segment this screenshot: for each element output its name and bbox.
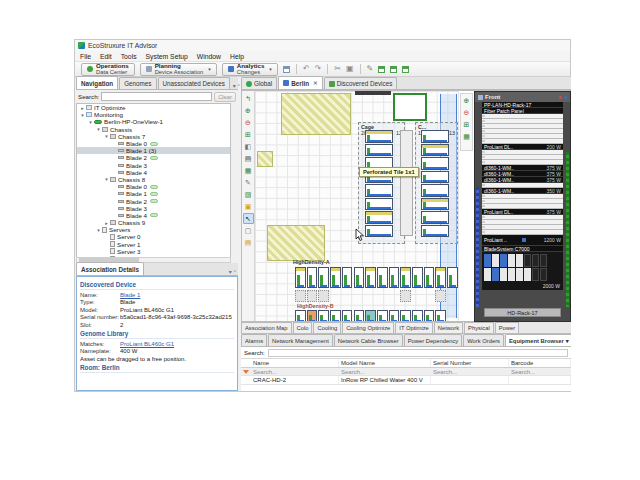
twistie-icon[interactable]: ▾ — [95, 126, 102, 132]
chevron-down-icon[interactable]: ▾ — [208, 66, 211, 72]
field-value-link[interactable]: ProLiant BL460c G1 — [120, 341, 174, 347]
plan-rack[interactable] — [389, 310, 400, 321]
plan-rack[interactable] — [377, 267, 388, 288]
blade-idle[interactable] — [508, 268, 515, 281]
plan-rack[interactable] — [354, 267, 365, 288]
tree-item-servers[interactable]: ▾Servers — [77, 226, 230, 233]
blade-active[interactable] — [484, 254, 491, 267]
plan-rack[interactable] — [365, 144, 393, 157]
plan-rack[interactable] — [318, 310, 329, 321]
edit-tool[interactable]: ✎ — [243, 177, 254, 188]
field-value-link[interactable]: Blade 1 — [120, 292, 140, 298]
grid-tool[interactable]: ▦ — [243, 165, 254, 176]
plan-rack[interactable] — [389, 267, 400, 288]
column-header-name[interactable]: Name — [251, 359, 339, 367]
analytics-mode-button[interactable]: AnalyticsChanges▾ — [222, 63, 278, 76]
bottom-tab-alarms[interactable]: Alarms — [241, 334, 267, 346]
tile-tool[interactable]: ▢ — [243, 225, 254, 236]
minimize-icon[interactable]: ▾ — [229, 268, 232, 275]
plan-rack[interactable] — [421, 211, 449, 224]
tree-item-server-0[interactable]: Server 0 — [77, 233, 230, 240]
zoom-out-tool[interactable]: ⊖ — [243, 117, 254, 128]
tree-item-blade-2[interactable]: Blade 2 — [77, 197, 230, 204]
plan-rack[interactable] — [365, 184, 393, 197]
pdu-strip-left[interactable] — [476, 187, 479, 307]
operations-mode-button[interactable]: OperationsData Center — [81, 63, 135, 76]
layers-tool[interactable]: ▤ — [243, 153, 254, 164]
twistie-icon[interactable]: ▾ — [95, 227, 102, 233]
menu-system-setup[interactable]: System Setup — [146, 53, 188, 60]
copy-icon[interactable]: ▣ — [346, 65, 354, 73]
export-green-icon[interactable] — [390, 66, 397, 73]
pdu-strip-right[interactable] — [566, 152, 569, 307]
twistie-icon[interactable]: ▸ — [79, 105, 86, 111]
edit-icon[interactable]: ✎ — [367, 65, 374, 73]
tree-item-blade-3[interactable]: Blade 3 — [77, 162, 230, 169]
plan-rack[interactable] — [365, 267, 376, 288]
menu-edit[interactable]: Edit — [100, 53, 112, 60]
plan-rack[interactable] — [295, 310, 306, 321]
blade-idle[interactable] — [492, 254, 499, 267]
tree-item-it-optimize[interactable]: ▸IT Optimize — [77, 104, 230, 111]
tab-discovered-devices[interactable]: Discovered Devices — [324, 77, 398, 89]
layer-tab-power[interactable]: Power — [495, 322, 519, 333]
tree-item-chassis-8[interactable]: ▾Chassis 8 — [77, 176, 230, 183]
filter-input[interactable]: Search... — [251, 368, 339, 375]
twistie-icon[interactable]: ▾ — [87, 119, 94, 125]
chevron-down-icon[interactable]: ▾ — [269, 66, 272, 72]
bottom-tab-network-cable-browser[interactable]: Network Cable Browser — [334, 334, 403, 346]
heatmap-button[interactable]: ▦ — [461, 131, 472, 142]
plan-rack[interactable] — [435, 267, 446, 288]
undo-icon[interactable]: ↶ — [303, 65, 310, 73]
tab-unassociated-devices[interactable]: Unassociated Devices — [158, 77, 230, 89]
column-header-barcode[interactable]: Barcode — [509, 359, 571, 367]
tree-item-server-1[interactable]: Server 1 — [77, 241, 230, 248]
plan-rack[interactable] — [421, 144, 449, 157]
perforated-tile[interactable] — [400, 290, 411, 302]
plan-rack[interactable] — [330, 267, 341, 288]
import-green-icon[interactable] — [402, 66, 409, 73]
plan-rack[interactable] — [365, 225, 393, 238]
plan-rack[interactable] — [447, 267, 458, 288]
plan-rack[interactable] — [365, 211, 393, 224]
maximize-icon[interactable]: ▫ — [238, 82, 240, 89]
tab-genomes[interactable]: Genomes — [119, 77, 156, 89]
plan-rack[interactable] — [307, 267, 318, 288]
clear-button[interactable]: Clear — [214, 92, 236, 102]
layer-tab-association-map[interactable]: Association Map — [241, 322, 292, 333]
layer-tab-cooling-optimize[interactable]: Cooling Optimize — [342, 322, 394, 333]
bottom-tab-power-dependency[interactable]: Power Dependency — [404, 334, 463, 346]
menu-window[interactable]: Window — [197, 53, 221, 60]
tree-item-blade-4[interactable]: Blade 4 — [77, 212, 230, 219]
zoom-in-button[interactable]: ⊕ — [461, 95, 472, 106]
blade-empty[interactable] — [540, 254, 547, 267]
plan-rack[interactable] — [421, 130, 449, 143]
filter-funnel-icon[interactable] — [243, 370, 249, 374]
blade-chassis[interactable]: 2000 W — [482, 252, 563, 290]
view-3d-tool[interactable]: ◧ — [243, 141, 254, 152]
blade-idle[interactable] — [516, 268, 523, 281]
cooling-unit[interactable] — [393, 93, 427, 121]
table-row[interactable]: CRAC-HD-2InRow RP Chilled Water 400 V — [241, 376, 571, 385]
plan-rack[interactable] — [412, 310, 423, 321]
maximize-icon[interactable]: ▫ — [234, 268, 236, 275]
blade-idle[interactable] — [524, 268, 531, 281]
bottom-tab-network-management[interactable]: Network Management — [268, 334, 333, 346]
rack-menu-icon[interactable] — [564, 96, 567, 99]
layer-tab-it-optimize[interactable]: IT Optimize — [395, 322, 433, 333]
plan-rack[interactable] — [318, 267, 329, 288]
bottom-tab-work-orders[interactable]: Work Orders — [463, 334, 504, 346]
twistie-icon[interactable]: ▾ — [103, 176, 110, 182]
blade-idle[interactable] — [500, 268, 507, 281]
equipment-search-input[interactable] — [268, 349, 568, 357]
tree-item-chassis[interactable]: ▾Chassis — [77, 126, 230, 133]
perforated-tile[interactable] — [295, 290, 306, 302]
filter-input[interactable]: Search... — [431, 368, 509, 375]
tree-item-berlin-hp-oneview-1[interactable]: ▾Berlin-HP-OneView-1 — [77, 118, 230, 125]
blade-idle[interactable] — [508, 254, 515, 267]
minimize-icon[interactable]: ▾ — [233, 82, 236, 89]
rack-grid-icon[interactable] — [478, 95, 483, 100]
planning-mode-button[interactable]: PlanningDevice Association▾ — [140, 63, 217, 76]
tab-berlin[interactable]: Berlin✕ — [278, 76, 322, 89]
tree-item-chassis-9[interactable]: ▸Chassis 9 — [77, 219, 230, 226]
